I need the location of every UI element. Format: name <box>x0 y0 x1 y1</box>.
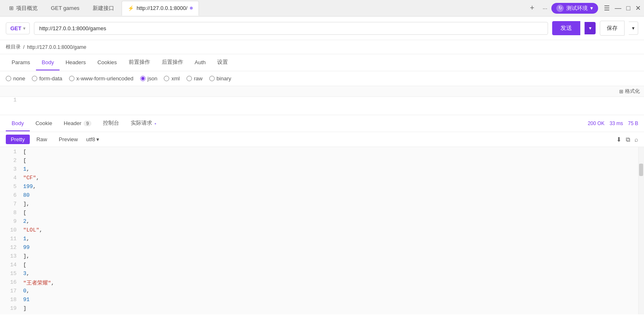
json-line: 5 199, <box>0 183 638 192</box>
resp-tab-actual-req[interactable]: 实际请求 ● <box>125 115 162 132</box>
url-input[interactable] <box>34 22 548 35</box>
resp-tab-console[interactable]: 控制台 <box>97 115 125 132</box>
json-line: 7 ], <box>0 201 638 210</box>
breadcrumb-path: http://127.0.0.1:8000/game <box>27 44 86 50</box>
json-line: 18 91 <box>0 297 638 305</box>
encoding-selector[interactable]: utf8 ▾ <box>86 136 99 142</box>
close-button[interactable]: ✕ <box>635 4 641 12</box>
tab-cookies[interactable]: Cookies <box>92 55 123 70</box>
editor-toolbar: ⊞ 格式化 <box>0 86 644 97</box>
body-type-binary[interactable]: binary <box>209 75 231 82</box>
minimize-button[interactable]: — <box>615 5 621 12</box>
json-line: 20] <box>0 314 638 314</box>
body-type-raw[interactable]: raw <box>187 75 203 82</box>
breadcrumb-root[interactable]: 根目录 <box>6 43 21 51</box>
encoding-label: utf8 <box>86 136 95 142</box>
refresh-icon: ↻ <box>556 5 564 12</box>
json-line: 11 1, <box>0 236 638 244</box>
breadcrumb: 根目录 / http://127.0.0.1:8000/game <box>0 40 644 54</box>
json-line: 16 "王者荣耀", <box>0 279 638 288</box>
tab-http-local[interactable]: ⚡ http://127.0.0.1:8000/ <box>122 1 199 16</box>
url-bar: GET ▾ 发送 ▾ 保存 ▾ <box>0 17 644 40</box>
response-scrollbar[interactable] <box>638 147 644 314</box>
tab-more-button[interactable]: ··· <box>540 4 550 12</box>
method-dropdown[interactable]: GET ▾ <box>6 22 30 34</box>
editor-line-content[interactable] <box>23 97 640 106</box>
tab-overview-label: 项目概览 <box>16 5 38 12</box>
body-type-xml[interactable]: xml <box>164 75 180 82</box>
body-type-none[interactable]: none <box>6 75 25 82</box>
tab-actions: + ··· <box>527 3 550 13</box>
json-line: 14 [ <box>0 262 638 270</box>
tab-new-api-label: 新建接口 <box>93 5 114 12</box>
view-tabs: Pretty Raw Preview utf8 ▾ ⬇ ⧉ ⌕ <box>0 132 644 147</box>
resp-tab-cookie[interactable]: Cookie <box>30 116 58 131</box>
resp-size: 75 B <box>628 121 638 126</box>
tab-post-ops[interactable]: 后置操作 <box>156 54 189 71</box>
json-line: 9 2, <box>0 218 638 227</box>
actual-req-dot: ● <box>154 122 156 125</box>
body-type-json[interactable]: json <box>140 75 158 82</box>
json-line: 12 99 <box>0 244 638 253</box>
send-arrow-button[interactable]: ▾ <box>584 22 596 34</box>
tab-body[interactable]: Body <box>36 55 60 70</box>
env-chevron: ▾ <box>590 5 593 11</box>
tab-pre-ops[interactable]: 前置操作 <box>123 54 156 71</box>
search-icon[interactable]: ⌕ <box>634 136 638 143</box>
format-icon: ⊞ <box>619 89 623 94</box>
encoding-chevron: ▾ <box>96 136 99 142</box>
tab-bar: ⊞ 项目概览 GET games 新建接口 ⚡ http://127.0.0.1… <box>0 0 644 17</box>
response-body-area: 1[2 [3 1,4 "CF",5 199,6 807 ],8 [9 2,10 … <box>0 147 644 314</box>
copy-icon[interactable]: ⧉ <box>626 136 630 143</box>
save-button[interactable]: 保存 <box>600 21 625 36</box>
view-tab-pretty[interactable]: Pretty <box>6 135 30 144</box>
grid-icon: ⊞ <box>9 5 14 11</box>
response-content: 1[2 [3 1,4 "CF",5 199,6 807 ],8 [9 2,10 … <box>0 147 638 314</box>
json-line: 15 3, <box>0 270 638 279</box>
tab-get-games[interactable]: GET games <box>45 1 85 16</box>
tab-settings[interactable]: 设置 <box>211 54 234 71</box>
tab-http-local-label: http://127.0.0.1:8000/ <box>136 5 187 11</box>
json-line: 4 "CF", <box>0 175 638 183</box>
json-line: 3 1, <box>0 166 638 175</box>
resp-tab-header[interactable]: Header 9 <box>58 116 97 131</box>
view-tab-raw[interactable]: Raw <box>31 135 52 144</box>
tab-add-button[interactable]: + <box>527 3 537 13</box>
bolt-icon: ⚡ <box>128 5 134 11</box>
header-badge: 9 <box>84 121 91 126</box>
breadcrumb-sep: / <box>23 44 24 50</box>
body-type-form-data[interactable]: form-data <box>32 75 62 82</box>
method-chevron: ▾ <box>23 26 25 31</box>
json-line: 6 80 <box>0 192 638 201</box>
json-line: 19 ] <box>0 305 638 314</box>
json-line: 10 "LOL", <box>0 227 638 236</box>
body-type-x-www[interactable]: x-www-form-urlencoded <box>69 75 134 82</box>
response-meta: 200 OK 33 ms 75 B <box>588 121 638 126</box>
send-button[interactable]: 发送 <box>552 21 580 35</box>
maximize-button[interactable]: □ <box>626 5 630 12</box>
download-icon[interactable]: ⬇ <box>616 136 622 143</box>
request-editor: ⊞ 格式化 1 <box>0 86 644 115</box>
response-tabs: Body Cookie Header 9 控制台 实际请求 ● <box>6 115 162 132</box>
json-line: 8 [ <box>0 210 638 218</box>
tab-overview[interactable]: ⊞ 项目概览 <box>3 1 43 16</box>
editor-line-1: 1 <box>0 97 644 106</box>
tab-new-api[interactable]: 新建接口 <box>87 1 120 16</box>
body-type-selector: none form-data x-www-form-urlencoded jso… <box>0 71 644 86</box>
window-controls: ☰ — □ ✕ <box>604 4 641 12</box>
tab-dot <box>190 7 193 10</box>
tab-headers[interactable]: Headers <box>60 55 91 70</box>
app-container: ⊞ 项目概览 GET games 新建接口 ⚡ http://127.0.0.1… <box>0 0 644 333</box>
save-arrow-button[interactable]: ▾ <box>629 22 638 35</box>
menu-icon[interactable]: ☰ <box>604 4 610 12</box>
format-button[interactable]: ⊞ 格式化 <box>619 88 640 95</box>
json-output: 1[2 [3 1,4 "CF",5 199,6 807 ],8 [9 2,10 … <box>0 147 638 314</box>
json-line: 2 [ <box>0 157 638 166</box>
json-line: 1[ <box>0 149 638 157</box>
tab-auth[interactable]: Auth <box>189 55 212 70</box>
resp-tab-body[interactable]: Body <box>6 116 30 131</box>
env-selector[interactable]: ↻ 测试环境 ▾ <box>551 3 598 14</box>
tab-params[interactable]: Params <box>6 55 36 70</box>
json-line: 17 0, <box>0 288 638 297</box>
view-tab-preview[interactable]: Preview <box>54 135 83 144</box>
